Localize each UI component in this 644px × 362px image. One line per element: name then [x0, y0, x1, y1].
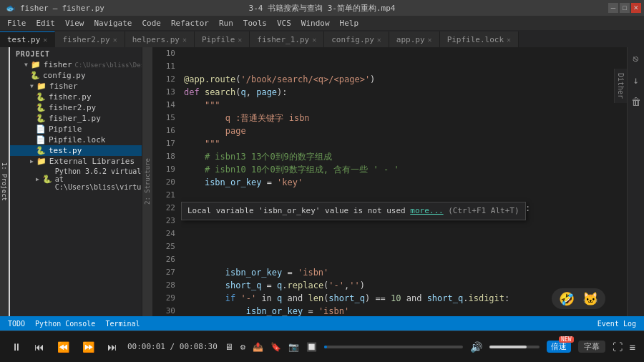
- folder-icon: 📁: [36, 157, 47, 166]
- tab-label: test.py: [7, 35, 40, 44]
- project-label-text: 1: Project: [1, 162, 8, 201]
- code-line-18: # isbn13 13个0到9的数字组成: [181, 150, 627, 163]
- file-fisher1-py[interactable]: 🐍 fisher_1.py: [10, 113, 142, 124]
- status-bar: TODO Python Console Terminal Event Log: [0, 316, 644, 331]
- tab-config-py[interactable]: config.py ✕: [324, 31, 389, 47]
- right-panel: ⎋ ↓ 🗑: [627, 47, 644, 316]
- code-editor[interactable]: 10 11 12 13 14 15 16 17 18 19 20 21 22 2…: [152, 47, 627, 316]
- tooltip-link[interactable]: more...: [410, 206, 443, 215]
- volume-bar[interactable]: [489, 346, 540, 348]
- tab-label: helpers.py: [132, 35, 180, 44]
- tab-app-py[interactable]: app.py ✕: [389, 31, 440, 47]
- next-button[interactable]: ⏭: [104, 340, 120, 354]
- menu-navigate[interactable]: Navigate: [90, 18, 137, 29]
- tab-fisher1-py[interactable]: fisher_1.py ✕: [250, 31, 324, 47]
- python-console-panel[interactable]: Python Console: [33, 320, 97, 328]
- tab-test-py[interactable]: test.py ✕: [0, 31, 55, 47]
- code-line-13: def search(q, page):: [181, 86, 627, 99]
- speed-button[interactable]: 倍速 NEW: [547, 341, 571, 353]
- tab-label: fisher_1.py: [257, 35, 309, 44]
- fullscreen-icon[interactable]: ⛶: [613, 341, 623, 353]
- file-config-py[interactable]: 🐍 config.py: [10, 70, 142, 81]
- download-icon[interactable]: ↓: [633, 74, 638, 86]
- subtitle-label: 字幕: [584, 342, 600, 351]
- menu-view[interactable]: View: [61, 18, 89, 29]
- tab-pipfilelock[interactable]: Pipfile.lock ✕: [440, 31, 519, 47]
- progress-bar[interactable]: [324, 346, 462, 348]
- window-title: 3-4 书籍搜索与查询 3-简单的重构.mp4: [249, 3, 396, 14]
- prev-button[interactable]: ⏮: [31, 340, 47, 354]
- folder-icon: 📁: [36, 82, 47, 91]
- code-content[interactable]: @app.route('/book/search/<q>/<page>') de…: [181, 47, 627, 316]
- subtitle-button[interactable]: 字幕: [578, 341, 605, 353]
- maximize-button[interactable]: □: [620, 3, 630, 13]
- settings-icon[interactable]: ⚙: [240, 342, 245, 352]
- file-name-python: Python 3.6.2 virtualenv at C:\Users\blis…: [55, 167, 142, 191]
- tab-close-icon[interactable]: ✕: [312, 36, 316, 44]
- line-numbers: 10 11 12 13 14 15 16 17 18 19 20 21 22 2…: [152, 47, 181, 316]
- file-python-venv[interactable]: ▶ 🐍 Python 3.6.2 virtualenv at C:\Users\…: [10, 167, 142, 192]
- code-line-19: # isbn10 10个0到9数字组成, 含有一些 ' - ': [181, 163, 627, 176]
- delete-icon[interactable]: 🗑: [631, 96, 641, 107]
- warning-tooltip: Local variable 'isbn_or_key' value is no…: [181, 202, 526, 220]
- code-line-12: @app.route('/book/search/<q>/<page>'): [181, 73, 627, 86]
- menu-tools[interactable]: Tools: [239, 18, 271, 29]
- next-frame-button[interactable]: ⏩: [79, 340, 97, 354]
- file-pipfilelock[interactable]: 📄 Pipfile.lock: [10, 134, 142, 145]
- file-fisher-py[interactable]: 🐍 fisher.py: [10, 92, 142, 102]
- event-log[interactable]: Event Log: [595, 320, 638, 328]
- menu-edit[interactable]: Edit: [32, 18, 60, 29]
- close-button[interactable]: ✕: [631, 3, 641, 13]
- tab-fisher2-py[interactable]: fisher2.py ✕: [55, 31, 125, 47]
- tab-helpers-py[interactable]: helpers.py ✕: [125, 31, 195, 47]
- structure-sidebar: 2: Structure: [142, 47, 152, 316]
- structure-label[interactable]: 2: Structure: [144, 158, 151, 205]
- menu-file[interactable]: File: [3, 18, 31, 29]
- share2-icon[interactable]: 📤: [253, 342, 263, 352]
- file-name-fisher: fisher: [49, 82, 78, 91]
- tab-close-icon[interactable]: ✕: [507, 36, 511, 44]
- menu-help[interactable]: Help: [336, 18, 364, 29]
- file-tree-root[interactable]: ▼ 📁 fisher C:\Users\bliss\Desktop\fisher: [10, 59, 142, 70]
- tab-close-icon[interactable]: ✕: [428, 36, 432, 44]
- file-external-libs[interactable]: ▶ 📁 External Libraries: [10, 156, 142, 167]
- bookmark-icon[interactable]: 🔖: [270, 342, 281, 352]
- tab-close-icon[interactable]: ✕: [43, 36, 47, 44]
- file-name-extlibs: External Libraries: [49, 157, 135, 166]
- root-name: fisher: [44, 60, 72, 69]
- menu-window[interactable]: Window: [297, 18, 334, 29]
- py-icon: 🐍: [36, 92, 46, 102]
- status-bar-right: Event Log: [595, 320, 638, 328]
- screenshot-icon[interactable]: 📷: [288, 342, 299, 352]
- tab-close-icon[interactable]: ✕: [182, 36, 187, 44]
- menu-refactor[interactable]: Refactor: [167, 18, 213, 29]
- py-icon: 🐍: [30, 71, 40, 80]
- tab-pipfile[interactable]: Pipfile ✕: [195, 31, 250, 47]
- tab-close-icon[interactable]: ✕: [238, 36, 242, 44]
- todo-panel[interactable]: TODO: [6, 320, 27, 328]
- menu-vcs[interactable]: VCS: [273, 18, 296, 29]
- terminal-panel[interactable]: Terminal: [103, 320, 142, 328]
- minimize-button[interactable]: ─: [608, 3, 618, 13]
- share-icon[interactable]: ⎋: [633, 53, 638, 64]
- pip-icon[interactable]: 🔲: [306, 342, 317, 352]
- explorer-title: PROJECT: [10, 47, 142, 59]
- file-icon: 📄: [36, 135, 46, 145]
- file-testpy-active[interactable]: 🐍 test.py: [10, 145, 142, 156]
- tab-close-icon[interactable]: ✕: [377, 36, 381, 44]
- file-fisher-folder[interactable]: ▼ 📁 fisher: [10, 81, 142, 92]
- menu-icon[interactable]: ≡: [630, 341, 635, 353]
- tab-close-icon[interactable]: ✕: [113, 36, 117, 44]
- code-line-10: [181, 47, 627, 60]
- prev-frame-button[interactable]: ⏪: [54, 340, 72, 354]
- screen-icon[interactable]: 🖥: [225, 342, 233, 352]
- tooltip-shortcut: (Ctrl+F1 Alt+T): [448, 206, 519, 215]
- tab-label: Pipfile.lock: [447, 35, 504, 44]
- menu-code[interactable]: Code: [137, 18, 165, 29]
- file-pipfile[interactable]: 📄 Pipfile: [10, 124, 142, 134]
- sidebar-project-label[interactable]: 1: Project: [0, 47, 10, 316]
- volume-icon[interactable]: 🔊: [470, 341, 482, 353]
- file-fisher2-py[interactable]: 🐍 fisher2.py: [10, 102, 142, 113]
- pause-button[interactable]: ⏸: [9, 340, 24, 354]
- menu-run[interactable]: Run: [215, 18, 238, 29]
